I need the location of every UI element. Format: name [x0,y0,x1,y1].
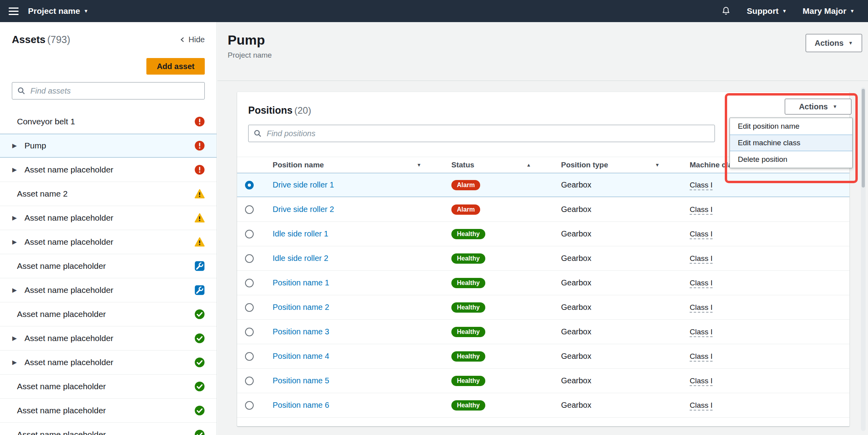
asset-row[interactable]: ▶ Asset name placeholder [0,158,217,182]
notifications-icon[interactable] [721,6,731,16]
page-scrollbar[interactable] [861,87,866,431]
row-radio[interactable] [245,328,254,336]
position-type-cell: Gearbox [550,303,679,312]
row-radio[interactable] [245,230,254,238]
position-type-cell: Gearbox [550,278,679,287]
asset-name-label: Asset name 2 [17,189,195,199]
expand-arrow-icon[interactable]: ▶ [12,238,20,246]
row-radio[interactable] [245,279,254,287]
menu-item-delete-position[interactable]: Delete position [730,151,852,168]
column-header-position-type[interactable]: Position type ▼ [550,161,679,169]
asset-row[interactable]: ▶ Asset name placeholder [0,254,217,278]
expand-arrow-icon[interactable]: ▶ [12,335,20,342]
project-name-label: Project name [28,6,80,16]
table-row: Idle side roller 1 Healthy Gearbox Class… [237,222,849,246]
position-link[interactable]: Position name 2 [273,303,329,311]
find-positions-input[interactable] [248,125,715,142]
machine-class-link[interactable]: Class I [690,352,713,362]
asset-name-label: Asset name placeholder [24,285,195,295]
position-link[interactable]: Position name 6 [273,401,329,409]
machine-class-link[interactable]: Class I [690,254,713,264]
asset-row[interactable]: ▶ Asset name placeholder [0,278,217,302]
expand-arrow-icon[interactable]: ▶ [12,214,20,221]
asset-name-label: Asset name placeholder [17,261,195,271]
row-radio[interactable] [245,377,254,385]
assets-sidebar: Assets (793) Hide Add asset ▶ Conveyor b… [0,22,217,435]
asset-row[interactable]: ▶ Asset name 2 [0,182,217,206]
expand-arrow-icon[interactable]: ▶ [12,166,20,173]
machine-class-link[interactable]: Class I [690,401,713,411]
asset-row[interactable]: ▶ Asset name placeholder [0,375,217,399]
machine-class-link[interactable]: Class I [690,377,713,386]
row-radio[interactable] [245,205,254,214]
asset-name-label: Asset name placeholder [17,309,195,319]
asset-name-label: Asset name placeholder [24,213,195,223]
positions-table: Position name ▼ Status ▲ Position type ▼… [237,157,849,418]
maintenance-status-icon [195,285,205,295]
row-radio[interactable] [245,254,254,263]
project-selector[interactable]: Project name ▼ [28,6,88,16]
asset-name-label: Asset name placeholder [17,406,195,415]
position-link[interactable]: Idle side roller 1 [273,229,328,238]
table-row: Position name 3 Healthy Gearbox Class I [237,320,849,344]
menu-item-edit-machine-class[interactable]: Edit machine class [730,135,852,151]
position-link[interactable]: Position name 3 [273,327,329,336]
asset-row[interactable]: ▶ Asset name placeholder [0,302,217,326]
row-radio[interactable] [245,401,254,410]
asset-row[interactable]: ▶ Asset name placeholder [0,206,217,230]
status-badge: Healthy [451,278,485,288]
machine-class-link[interactable]: Class I [690,230,713,239]
machine-class-link[interactable]: Class I [690,328,713,337]
position-link[interactable]: Drive side roller 1 [273,180,334,189]
page-actions-button[interactable]: Actions ▼ [806,34,862,52]
hide-sidebar-button[interactable]: Hide [180,35,205,44]
support-menu[interactable]: Support ▼ [747,6,787,16]
column-header-status[interactable]: Status ▲ [440,161,550,169]
menu-item-edit-position-name[interactable]: Edit position name [730,118,852,135]
find-assets-input[interactable] [12,82,205,99]
position-link[interactable]: Idle side roller 2 [273,254,328,262]
asset-name-label: Asset name placeholder [24,237,195,247]
chevron-down-icon: ▼ [832,104,837,109]
add-asset-button[interactable]: Add asset [146,58,205,75]
position-link[interactable]: Position name 1 [273,278,329,287]
positions-title: Positions [248,105,293,116]
machine-class-link[interactable]: Class I [690,205,713,215]
column-header-position-name[interactable]: Position name ▼ [262,161,440,169]
status-badge: Healthy [451,229,485,239]
asset-row[interactable]: ▶ Asset name placeholder [0,230,217,254]
row-radio[interactable] [245,303,254,312]
expand-arrow-icon[interactable]: ▶ [12,142,20,149]
alarm-status-icon [195,116,205,127]
screen: Project name ▼ Support ▼ Mary Major ▼ [0,0,868,435]
asset-row[interactable]: ▶ Asset name placeholder [0,423,217,435]
machine-class-link[interactable]: Class I [690,181,713,190]
expand-arrow-icon[interactable]: ▶ [12,359,20,366]
asset-row[interactable]: ▶ Asset name placeholder [0,399,217,423]
expand-arrow-icon[interactable]: ▶ [12,287,20,294]
position-type-cell: Gearbox [550,180,679,189]
scrollbar-thumb[interactable] [862,89,865,188]
position-link[interactable]: Drive side roller 2 [273,205,334,214]
user-menu[interactable]: Mary Major ▼ [803,6,855,16]
positions-actions-button[interactable]: Actions ▼ [785,99,851,114]
asset-row[interactable]: ▶ Pump [0,134,217,158]
row-radio[interactable] [245,181,254,189]
menu-icon[interactable] [9,8,19,15]
healthy-status-icon [195,381,205,392]
asset-row[interactable]: ▶ Conveyor belt 1 [0,110,217,134]
row-radio[interactable] [245,352,254,361]
position-type-cell: Gearbox [550,352,679,361]
position-link[interactable]: Position name 5 [273,376,329,385]
asset-row[interactable]: ▶ Asset name placeholder [0,326,217,351]
assets-title: Assets [12,34,45,45]
warning-status-icon [195,213,205,223]
status-badge: Alarm [451,204,480,215]
maintenance-status-icon [195,261,205,271]
machine-class-link[interactable]: Class I [690,303,713,313]
sort-descending-icon: ▼ [655,162,660,168]
machine-class-link[interactable]: Class I [690,279,713,288]
asset-row[interactable]: ▶ Asset name placeholder [0,351,217,375]
position-link[interactable]: Position name 4 [273,352,329,360]
status-badge: Healthy [451,351,485,362]
